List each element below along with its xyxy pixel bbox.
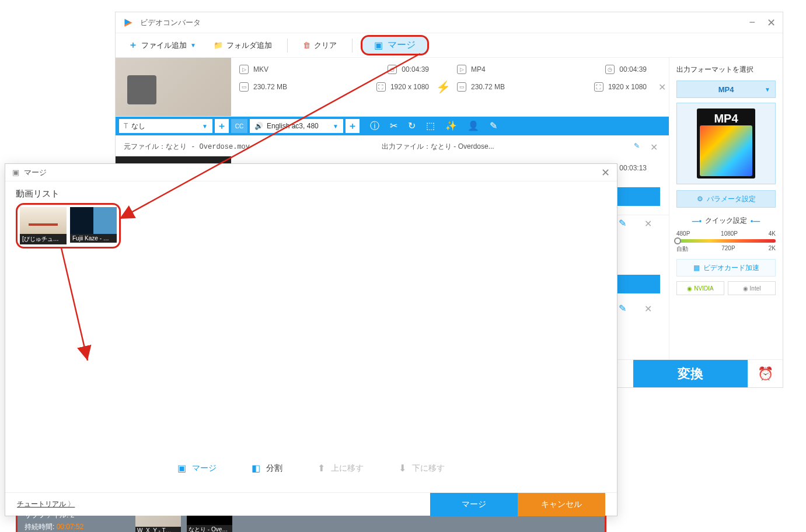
remove-file-button[interactable]: ✕ [655,58,669,116]
size-icon: ▭ [457,82,466,92]
intel-badge: ◉Intel [728,281,776,295]
plus-icon: ＋ [128,39,138,51]
toolbar: ＋ ファイル追加 ▼ 📁 フォルダ追加 🗑 クリア ▣ マージ [116,33,783,58]
scale-label: 2K [769,245,776,253]
rename-icon[interactable]: ✎ [634,142,640,153]
merge-action-button[interactable]: ▣マージ [177,463,217,474]
subtitle-value: なし [131,121,145,131]
param-label: パラメータ設定 [707,194,756,204]
nvidia-label: NVIDIA [694,285,713,292]
remove-file-button[interactable] [655,156,669,215]
thumbnail-label: W_X_Y - T… [135,527,181,532]
dst-res: 1920 x 1080 [608,83,647,91]
format-dropdown[interactable]: MP4 ▼ [676,80,776,98]
dialog-merge-button[interactable]: マージ [430,493,518,516]
src-duration: 00:04:39 [402,65,429,74]
merge-button[interactable]: ▣ マージ [361,35,429,55]
remove-file-button[interactable]: ✕ [641,302,655,316]
dest-column: ▷MP4◷00:04:39 ▭230.72 MB⛶1920 x 1080 [449,58,655,116]
parameter-settings-button[interactable]: ⚙ パラメータ設定 [676,190,776,208]
button-label: マージ [462,499,486,510]
move-down-button[interactable]: ⬇下に移す [399,463,445,474]
right-panel: 出力フォーマットを選択 MP4 ▼ MP4 ⚙ パラメータ設定 —• クイック設… [669,58,783,387]
remove-file-button[interactable]: ✕ [641,216,655,230]
file-columns: ▷MKV◷00:04:39 ▭230.72 MB⛶1920 x 1080 ⚡ ▷… [231,58,669,116]
effect-icon[interactable]: ✨ [445,120,457,132]
thumbnail-image [70,207,117,234]
dialog-titlebar: ▣ マージ ✕ [5,164,617,181]
clear-button[interactable]: 🗑 クリア [296,37,344,54]
rename-icon[interactable]: ✎ [619,303,626,314]
rotate-icon[interactable]: ↻ [408,120,416,132]
cc-button[interactable]: CC [231,119,247,133]
format-badge: MP4 [714,112,738,125]
chevron-down-icon: ▼ [765,86,770,93]
app-logo-icon [123,17,134,29]
add-audio-button[interactable]: ＋ [346,119,360,133]
cut-icon[interactable]: ✂ [390,120,397,132]
gpu-accel-label: ビデオカード加速 [703,263,759,273]
nvidia-badge: ◉NVIDIA [676,281,724,295]
crop-icon[interactable]: ⬚ [426,120,435,132]
action-label: 分割 [266,463,282,474]
quality-scale-bottom: 自動 720P 2K [676,245,776,253]
gpu-accel-button[interactable]: ▦ ビデオカード加速 [676,259,776,276]
add-folder-label: フォルダ追加 [226,40,272,51]
edit-icon[interactable]: ✎ [490,120,497,132]
split-action-button[interactable]: ◧分割 [252,463,282,474]
button-label: キャンセル [541,499,582,510]
convert-button[interactable]: 変換 [633,360,748,387]
add-subtitle-button[interactable]: ＋ [215,119,229,133]
dst-filename: 出力ファイル：なとり - Overdose... [382,142,634,153]
rename-icon[interactable]: ✎ [619,218,626,229]
dialog-footer: チュートリアル 〉 マージ キャンセル [5,492,617,516]
format-card: MP4 [697,108,755,178]
chevron-down-icon: ▼ [190,42,196,48]
dash-icon: —• [692,217,702,225]
video-thumb-item[interactable]: [びじゅチュー… [20,207,67,244]
separator [352,38,353,52]
thumbnail-image [20,207,67,234]
quality-slider[interactable] [676,239,776,243]
chevron-down-icon: ▼ [202,123,208,130]
merge-icon: ▣ [12,168,19,177]
add-file-button[interactable]: ＋ ファイル追加 ▼ [121,36,203,55]
arrow-divider: ⚡ [437,58,449,116]
tutorial-link[interactable]: チュートリアル 〉 [17,499,75,509]
panel-title: 出力フォーマットを選択 [676,65,776,75]
audio-dropdown[interactable]: 🔊 English ac3, 480 ▼ [250,119,343,133]
scale-label: 4K [769,230,776,237]
minimize-button[interactable]: − [749,16,755,29]
merge-icon: ▣ [177,463,186,474]
info-icon[interactable]: ⓘ [370,120,379,132]
scale-label: 480P [676,230,690,237]
quick-settings-title: —• クイック設定 •— [676,216,776,226]
remove-file-button[interactable]: ✕ [647,142,661,153]
source-column: ▷MKV◷00:04:39 ▭230.72 MB⛶1920 x 1080 [231,58,437,116]
quick-label: クイック設定 [705,216,747,226]
slider-handle[interactable] [674,237,681,244]
action-bar: T なし ▼ ＋ CC 🔊 English ac3, 480 ▼ ＋ ⓘ ✂ ↻… [116,117,669,135]
format-preview: MP4 [676,103,776,184]
video-thumbnail[interactable] [116,58,231,116]
add-folder-button[interactable]: 📁 フォルダ追加 [207,37,279,54]
watermark-icon[interactable]: 👤 [467,120,479,132]
move-up-button[interactable]: ⬆上に移す [317,463,364,474]
subtitle-dropdown[interactable]: T なし ▼ [119,119,212,133]
intel-icon: ◉ [743,285,748,292]
format-value: MP4 [718,85,734,94]
quality-scale-top: 480P 1080P 4K [676,230,776,237]
audio-value: English ac3, 480 [267,122,319,130]
video-thumb-item[interactable]: Fujii Kaze - … [70,207,117,244]
merge-icon: ▣ [374,40,383,51]
close-button[interactable]: ✕ [767,16,776,29]
scale-label: 自動 [676,245,688,253]
src-res: 1920 x 1080 [390,83,429,91]
schedule-button[interactable]: ⏰ [748,360,783,387]
dst-duration: 00:03:13 [619,164,647,172]
action-label: 下に移す [412,463,445,474]
dialog-cancel-button[interactable]: キャンセル [518,493,605,516]
arrow-down-icon: ⬇ [399,463,406,474]
dst-format: MP4 [471,65,486,74]
close-dialog-button[interactable]: ✕ [601,166,610,179]
